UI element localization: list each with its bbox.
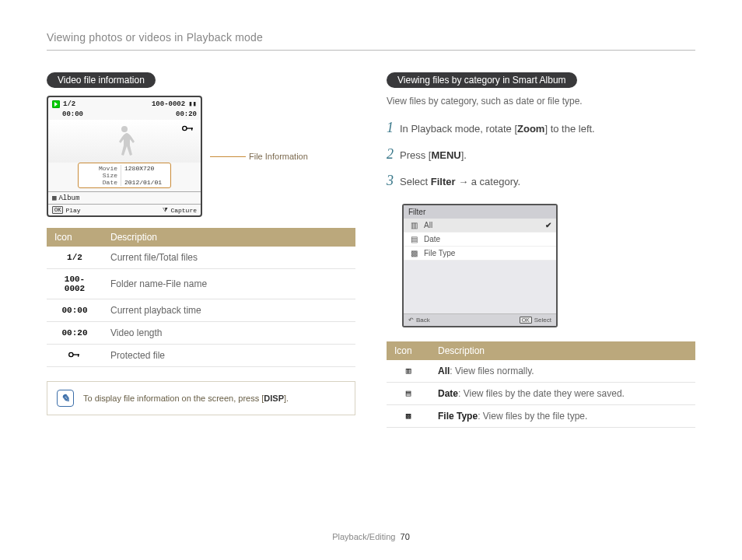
ok-chip: OK [52,206,63,214]
row-desc: Current file/Total files [103,247,355,269]
filter-label: File Type [424,249,455,257]
table-row: ▥ All: View files normally. [387,360,695,383]
all-icon-cell: ▥ [387,360,430,383]
table-row: 00:20Video length [47,322,355,345]
page-number: 70 [401,532,410,541]
calendar-icon: ▤ [408,235,419,243]
svg-rect-5 [78,354,79,356]
row-desc: All: View files normally. [430,360,695,383]
lcd-file-id: 100-0002 [152,100,185,108]
table-row: ▤ Date: View files by the date they were… [387,382,695,404]
lock-key-icon [182,124,194,132]
tip-box: ✎ To display file information on the scr… [47,381,355,415]
filter-label: All [424,221,432,229]
table-row: 1/2Current file/Total files [47,247,355,269]
th-icon: Icon [47,228,103,247]
th-icon: Icon [387,341,430,360]
lcd-file-counter: 1/2 [63,100,75,108]
grid-icon: ▦ [52,194,56,202]
section-subtext: View files by category, such as date or … [387,96,695,107]
row-icon: 00:00 [47,299,103,322]
lcd-capture-label: Capture [170,207,197,214]
lcd-screen: 1/2 100-0002 ▮▮ 00:00 00:20 [47,96,202,217]
section-pill-smart-album: Viewing files by category in Smart Album [387,72,577,88]
filter-row-filetype: ▩ File Type [404,247,556,261]
lcd-info-label: Movie Size [82,165,121,179]
lcd-album-label: Album [58,194,79,202]
tip-text: To display file information on the scree… [83,394,289,403]
play-icon [52,100,60,108]
lcd-play-label: Play [65,207,80,214]
page-footer: Playback/Editing 70 [0,532,742,541]
row-icon: 100-0002 [47,269,103,299]
callout-text: File Information [249,152,308,161]
two-column-layout: Video file information 1/2 100-0002 ▮▮ 0… [47,72,695,442]
row-desc: Current playback time [103,299,355,322]
silhouette-figure [109,123,140,160]
svg-rect-2 [191,128,192,130]
table-row: 00:00Current playback time [47,299,355,322]
th-desc: Description [103,228,355,247]
lcd-with-callout: 1/2 100-0002 ▮▮ 00:00 00:20 [47,96,355,217]
page-header: Viewing photos or videos in Playback mod… [47,31,695,51]
key-icon [68,351,81,359]
filter-label: Date [424,235,440,243]
step-text: In Playback mode, rotate [Zoom] to the l… [400,121,595,136]
file-info-callout: File Information [210,152,308,161]
step-text: Press [MENU]. [400,147,467,163]
filter-row-date: ▤ Date [404,233,556,247]
film-icon: ▩ [408,249,419,257]
step-3: 3 Select Filter → a category. [387,173,695,189]
svg-point-0 [183,126,187,130]
lcd-time-current: 00:00 [62,110,83,118]
left-column: Video file information 1/2 100-0002 ▮▮ 0… [47,72,355,442]
ok-chip: OK [520,317,532,324]
step-list: 1 In Playback mode, rotate [Zoom] to the… [387,121,695,190]
footer-section: Playback/Editing [332,532,395,541]
filter-title: Filter [404,205,556,219]
check-icon: ✔ [545,221,551,229]
table-row: 100-0002Folder name-File name [47,269,355,299]
lcd-info-label: Date [82,179,121,186]
down-icon: ⧩ [163,206,168,214]
row-icon: 00:20 [47,322,103,345]
lcd-time-total: 00:20 [176,110,197,118]
row-icon: 1/2 [47,247,103,269]
row-desc: Video length [103,322,355,345]
table-row: ▩ File Type: View files by the file type… [387,404,695,427]
calendar-icon-cell: ▤ [387,382,430,404]
svg-point-3 [69,352,73,356]
row-desc: Date: View files by the date they were s… [430,382,695,404]
battery-icon: ▮▮ [188,100,197,108]
right-column: Viewing files by category in Smart Album… [387,72,695,442]
filter-row-all: ▥ All ✔ [404,219,556,233]
step-text: Select Filter → a category. [400,173,520,189]
step-number: 2 [387,147,394,161]
lcd-info-value: 1280X720 [121,165,154,179]
row-icon-key [47,345,103,367]
icon-description-table: Icon Description 1/2Current file/Total f… [47,228,355,367]
row-desc: Folder name-File name [103,269,355,299]
table-row: Protected file [47,345,355,367]
lcd-info-box: Movie Size 1280X720 Date 2012/01/01 [78,163,171,188]
filter-back: Back [416,317,430,324]
filter-lcd: Filter ▥ All ✔ ▤ Date ▩ File Type ↶ Back… [402,204,558,327]
filter-select: Select [534,317,551,324]
step-2: 2 Press [MENU]. [387,147,695,163]
step-1: 1 In Playback mode, rotate [Zoom] to the… [387,121,695,136]
th-desc: Description [430,341,695,360]
filter-description-table: Icon Description ▥ All: View files norma… [387,341,695,428]
info-icon: ✎ [57,390,74,407]
row-desc: File Type: View files by the file type. [430,404,695,427]
step-number: 1 [387,121,394,135]
row-desc: Protected file [103,345,355,367]
lcd-info-value: 2012/01/01 [121,179,162,186]
all-icon: ▥ [408,221,419,229]
film-icon-cell: ▩ [387,404,430,427]
back-arrow-icon: ↶ [408,317,414,324]
step-number: 3 [387,173,394,187]
section-pill-video-info: Video file information [47,72,156,88]
